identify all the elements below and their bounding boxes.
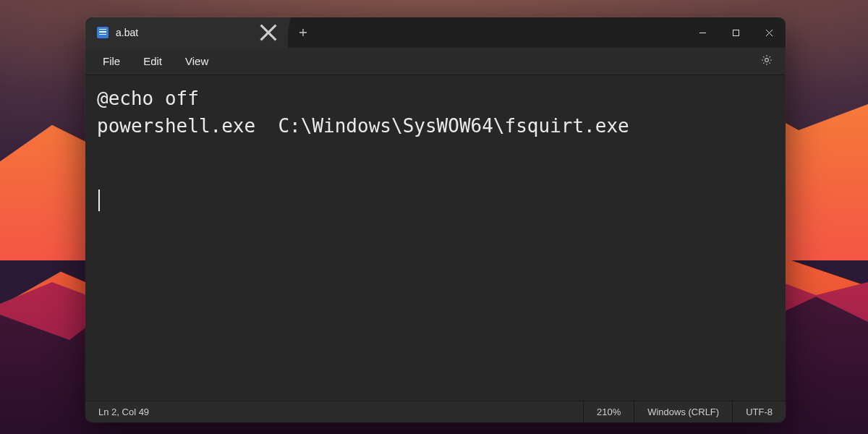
code-line-2: powershell.exe C:\Windows\SysWOW64\fsqui… [97,115,629,137]
status-position[interactable]: Ln 2, Col 49 [85,401,162,422]
code-line-1: @echo off [97,88,199,109]
svg-point-1 [765,58,769,61]
notepad-icon [97,27,109,38]
tab-title: a.bat [116,27,252,38]
menu-view[interactable]: View [175,51,218,72]
menu-edit[interactable]: Edit [133,51,172,72]
gear-icon [760,54,773,69]
svg-rect-0 [733,30,739,35]
titlebar[interactable]: a.bat [85,17,786,48]
desktop-wallpaper: a.bat File Edit View [0,0,868,434]
text-editor[interactable]: @echo off powershell.exe C:\Windows\SysW… [85,75,786,401]
menu-file[interactable]: File [93,51,130,72]
settings-button[interactable] [755,50,778,73]
status-zoom[interactable]: 210% [583,401,634,422]
minimize-button[interactable] [686,17,719,48]
close-tab-button[interactable] [259,23,278,42]
statusbar: Ln 2, Col 49 210% Windows (CRLF) UTF-8 [85,401,786,422]
notepad-window: a.bat File Edit View [85,17,786,422]
maximize-button[interactable] [719,17,752,48]
status-encoding[interactable]: UTF-8 [732,401,786,422]
close-window-button[interactable] [752,17,786,48]
status-eol[interactable]: Windows (CRLF) [634,401,732,422]
file-tab[interactable]: a.bat [85,17,288,48]
text-cursor [98,190,100,211]
menubar: File Edit View [85,48,786,75]
